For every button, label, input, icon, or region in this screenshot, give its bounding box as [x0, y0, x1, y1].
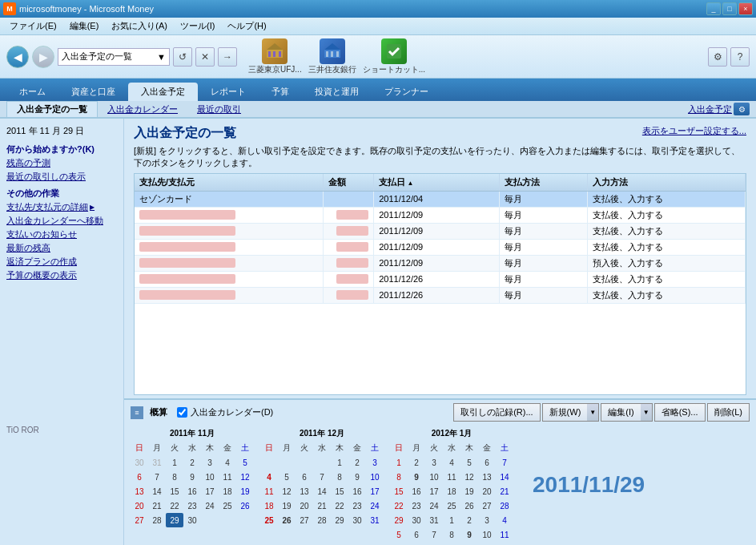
col-date[interactable]: 支払日 [374, 174, 500, 192]
tab-planner[interactable]: プランナー [372, 83, 441, 101]
new-button-arrow[interactable]: ▼ [587, 404, 598, 421]
sidebar-budget-overview[interactable]: 予算の概要の表示 [6, 269, 117, 281]
delete-button[interactable]: 削除(L) [708, 404, 749, 421]
calendar-day-cell[interactable]: 8 [166, 470, 183, 484]
edit-button[interactable]: 編集(I) [601, 404, 640, 421]
new-button[interactable]: 新規(W) [543, 404, 588, 421]
payment-schedule-link[interactable]: 入出金予定 [688, 103, 732, 115]
sidebar-payment-notice[interactable]: 支払いのお知らせ [6, 228, 117, 240]
shortcut-button[interactable]: ショートカット... [363, 38, 425, 75]
calendar-day-cell[interactable]: 30 [408, 513, 425, 527]
calendar-checkbox[interactable] [177, 407, 187, 418]
col-input[interactable]: 入力方法 [588, 174, 746, 192]
calendar-day-cell[interactable]: 31 [148, 455, 166, 470]
tab-home[interactable]: ホーム [6, 83, 58, 101]
minimize-button[interactable]: _ [706, 2, 721, 15]
calendar-day-cell[interactable]: 19 [236, 484, 254, 499]
tab-budget[interactable]: 予算 [259, 83, 302, 101]
calendar-day-cell[interactable]: 17 [366, 484, 384, 499]
col-payee[interactable]: 支払先/支払元 [135, 174, 324, 192]
calendar-day-cell[interactable]: 14 [148, 484, 166, 499]
calendar-day-cell[interactable]: 10 [201, 470, 219, 484]
calendar-day-cell[interactable]: 25 [443, 499, 460, 513]
forward-button[interactable]: ▶ [32, 46, 54, 68]
tab-report[interactable]: レポート [198, 83, 259, 101]
tab-assets[interactable]: 資産と口座 [58, 83, 128, 101]
sidebar-balance-predict[interactable]: 残高の予測 [6, 157, 117, 169]
table-row[interactable]: ██████████████2011/12/26毎月支払後、入力する [135, 271, 746, 287]
calendar-day-cell[interactable]: 7 [313, 470, 331, 484]
calendar-day-cell[interactable]: 15 [390, 484, 408, 499]
calendar-day-cell[interactable]: 15 [166, 484, 183, 499]
calendar-day-cell[interactable]: 11 [260, 484, 278, 499]
calendar-day-cell[interactable]: 2 [183, 455, 201, 470]
calendar-day-cell[interactable]: 15 [331, 484, 348, 499]
calendar-day-cell[interactable]: 26 [460, 499, 478, 513]
calendar-day-cell[interactable]: 11 [443, 470, 460, 484]
calendar-day-cell[interactable]: 18 [219, 484, 236, 499]
calendar-day-cell[interactable]: 1 [166, 455, 183, 470]
calendar-day-cell[interactable]: 2 [460, 513, 478, 527]
calendar-checkbox-area[interactable]: 入出金カレンダー(D) [177, 406, 273, 418]
calendar-day-cell[interactable]: 21 [313, 499, 331, 513]
subtab-recent[interactable]: 最近の取引 [187, 102, 251, 117]
calendar-day-cell[interactable]: 30 [131, 455, 148, 470]
menu-help[interactable]: ヘルプ(H) [221, 18, 272, 34]
calendar-day-cell[interactable]: 3 [425, 455, 443, 470]
close-button[interactable]: × [738, 2, 753, 15]
col-amount[interactable]: 金額 [324, 174, 374, 192]
menu-edit[interactable]: 編集(E) [63, 18, 106, 34]
calendar-day-cell[interactable]: 5 [236, 455, 254, 470]
calendar-day-cell[interactable]: 22 [390, 499, 408, 513]
calendar-day-cell[interactable]: 12 [460, 470, 478, 484]
calendar-day-cell[interactable]: 16 [348, 484, 366, 499]
calendar-day-cell[interactable]: 23 [348, 499, 366, 513]
calendar-day-cell[interactable]: 2 [348, 455, 366, 470]
calendar-day-cell[interactable]: 28 [313, 513, 331, 527]
calendar-day-cell[interactable]: 11 [496, 527, 513, 542]
sidebar-calendar-move[interactable]: 入出金カレンダーへ移動 [6, 215, 117, 227]
window-controls[interactable]: _ □ × [706, 2, 753, 15]
stop-button[interactable]: ✕ [195, 47, 215, 67]
calendar-day-cell[interactable]: 10 [366, 470, 384, 484]
calendar-day-cell[interactable]: 12 [278, 484, 296, 499]
calendar-day-cell[interactable]: 18 [443, 484, 460, 499]
calendar-day-cell[interactable]: 13 [478, 470, 496, 484]
calendar-day-cell[interactable]: 3 [366, 455, 384, 470]
calendar-day-cell[interactable]: 20 [478, 484, 496, 499]
calendar-day-cell[interactable]: 30 [183, 513, 201, 527]
calendar-day-cell[interactable]: 3 [478, 513, 496, 527]
calendar-day-cell[interactable]: 23 [408, 499, 425, 513]
calendar-day-cell[interactable]: 29 [331, 513, 348, 527]
bank1-button[interactable]: 三菱東京UFJ... [248, 38, 302, 75]
calendar-day-cell[interactable]: 6 [296, 470, 313, 484]
calendar-day-cell[interactable]: 10 [478, 527, 496, 542]
table-row[interactable]: セゾンカード2011/12/04毎月支払後、入力する [135, 191, 746, 207]
calendar-day-cell[interactable]: 7 [148, 470, 166, 484]
calendar-day-cell[interactable]: 14 [496, 470, 513, 484]
new-transaction-btn[interactable]: 新規(W) ▼ [542, 403, 600, 422]
skip-transaction-btn[interactable]: 省略(S)... [654, 403, 706, 422]
menu-file[interactable]: ファイル(E) [3, 18, 63, 34]
calendar-day-cell[interactable]: 7 [425, 527, 443, 542]
calendar-day-cell[interactable]: 9 [183, 470, 201, 484]
calendar-day-cell[interactable]: 3 [201, 455, 219, 470]
calendar-day-cell[interactable]: 22 [166, 499, 183, 513]
delete-transaction-btn[interactable]: 削除(L) [707, 403, 750, 422]
menu-favorites[interactable]: お気に入り(A) [105, 18, 174, 34]
calendar-day-cell[interactable]: 29 [390, 513, 408, 527]
calendar-day-cell[interactable]: 9 [460, 527, 478, 542]
table-row[interactable]: ██████████████2011/12/09毎月支払後、入力する [135, 239, 746, 255]
calendar-day-cell[interactable]: 4 [260, 470, 278, 484]
tab-payment[interactable]: 入出金予定 [128, 83, 198, 101]
calendar-day-cell[interactable]: 23 [183, 499, 201, 513]
calendar-day-cell[interactable]: 27 [131, 513, 148, 527]
calendar-day-cell[interactable]: 8 [443, 527, 460, 542]
table-row[interactable]: ██████████████2011/12/09毎月支払後、入力する [135, 207, 746, 223]
table-row[interactable]: ██████████████2011/12/26毎月支払後、入力する [135, 287, 746, 303]
calendar-day-cell[interactable]: 8 [331, 470, 348, 484]
calendar-day-cell[interactable]: 9 [408, 470, 425, 484]
calendar-day-cell[interactable]: 8 [390, 470, 408, 484]
calendar-day-cell[interactable]: 13 [296, 484, 313, 499]
tab-investment[interactable]: 投資と運用 [302, 83, 372, 101]
